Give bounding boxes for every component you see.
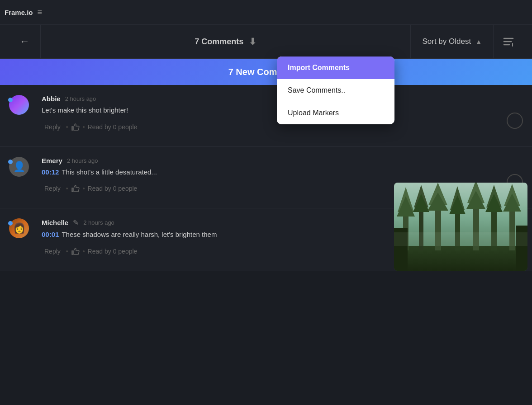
read-count-1: Read by 0 people: [88, 123, 138, 131]
like-button-3[interactable]: [71, 247, 80, 255]
comments-count-label: 7 Comments: [195, 37, 243, 47]
comment-actions-1: Reply • • Read by 0 people: [42, 122, 507, 139]
separator-1: •: [66, 123, 68, 131]
separator-1b: •: [83, 123, 85, 131]
unread-dot-1: [8, 98, 13, 102]
timecode-2[interactable]: 00:12: [42, 168, 59, 176]
dropdown-item-upload[interactable]: Upload Markers: [277, 102, 394, 124]
filter-button[interactable]: [494, 25, 523, 58]
separator-2b: •: [83, 185, 85, 192]
sort-arrow-icon: ▲: [475, 38, 482, 45]
separator-3b: •: [83, 248, 85, 255]
read-count-2: Read by 0 people: [88, 185, 138, 192]
sort-label: Sort by Oldest: [422, 37, 471, 46]
comment-body-1: Abbie 2 hours ago Let's make this shot b…: [42, 95, 507, 146]
unread-dot-2: [8, 160, 13, 164]
filter-icon: [503, 37, 514, 47]
avatar-emery: 👤: [9, 157, 29, 177]
video-scene: [394, 183, 527, 271]
separator-3: •: [66, 248, 68, 255]
comment-item-1: Abbie 2 hours ago Let's make this shot b…: [0, 85, 532, 147]
read-count-3: Read by 0 people: [88, 248, 138, 255]
back-arrow-icon: ←: [20, 36, 30, 47]
hamburger-icon[interactable]: ≡: [38, 8, 43, 17]
video-thumbnail: [394, 183, 527, 271]
like-button-2[interactable]: [71, 184, 80, 193]
thumbs-up-icon-2: [71, 184, 80, 193]
like-button-1[interactable]: [71, 123, 80, 131]
comment-time-3: 2 hours ago: [83, 219, 114, 226]
download-icon[interactable]: ⬇: [249, 36, 256, 47]
comment-select-1[interactable]: [507, 113, 523, 129]
comments-list: Abbie 2 hours ago Let's make this shot b…: [0, 85, 532, 271]
unread-dot-3: [8, 221, 13, 226]
app-title: Frame.io: [5, 9, 33, 16]
comment-header-2: Emery 2 hours ago: [42, 157, 507, 165]
toolbar: ← 7 Comments ⬇ Sort by Oldest ▲: [0, 25, 532, 59]
edit-icon-3[interactable]: ✎: [73, 218, 79, 227]
comment-item-3: 👩 Michelle ✎ 2 hours ago 00:01These shad…: [0, 208, 532, 271]
separator-2: •: [66, 185, 68, 192]
comment-text-2: 00:12This shot's a little desaturated...: [42, 167, 507, 178]
sort-section[interactable]: Sort by Oldest ▲: [411, 25, 494, 58]
timecode-3[interactable]: 00:01: [42, 231, 59, 238]
comments-count-section: 7 Comments ⬇: [41, 25, 411, 58]
comment-author-2: Emery: [42, 157, 62, 165]
comment-time-2: 2 hours ago: [67, 157, 98, 164]
comment-header-1: Abbie 2 hours ago: [42, 95, 507, 103]
reply-button-1[interactable]: Reply: [42, 122, 63, 132]
back-button[interactable]: ←: [9, 25, 41, 58]
comment-time-1: 2 hours ago: [65, 95, 96, 102]
comment-author-1: Abbie: [42, 95, 61, 103]
dropdown-menu: Import Comments Save Comments.. Upload M…: [277, 57, 394, 124]
svg-rect-15: [394, 232, 527, 246]
comment-text-1: Let's make this shot brighter!: [42, 105, 507, 116]
reply-button-3[interactable]: Reply: [42, 246, 63, 256]
new-comments-banner[interactable]: 7 New Comments: [0, 59, 532, 85]
thumbs-up-icon-3: [71, 247, 80, 255]
dropdown-item-save[interactable]: Save Comments..: [277, 79, 394, 102]
reply-button-2[interactable]: Reply: [42, 184, 63, 193]
thumbs-up-icon-1: [71, 123, 80, 131]
comment-author-3: Michelle: [42, 219, 68, 226]
dropdown-item-import[interactable]: Import Comments: [277, 57, 394, 79]
top-bar: Frame.io ≡: [0, 0, 532, 25]
svg-rect-5: [394, 246, 527, 271]
